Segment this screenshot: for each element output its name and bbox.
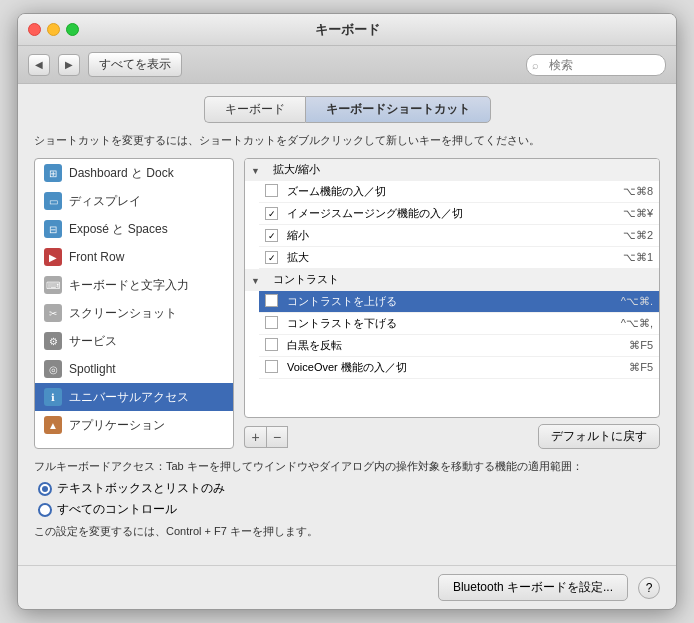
show-all-button[interactable]: すべてを表示 [88,52,182,77]
zoomin-shortcut: ⌥⌘1 [573,251,653,264]
shortcut-row-contrast-down[interactable]: コントラストを下げる ^⌥⌘, [259,313,659,335]
sidebar-label-frontrow: Front Row [69,250,124,264]
note-text: この設定を変更するには、Control + F7 キーを押します。 [34,524,660,539]
tab-keyboard[interactable]: キーボード [204,96,305,123]
shortcut-row-zoomout[interactable]: ✓ 縮小 ⌥⌘2 [259,225,659,247]
sidebar-item-keyboard[interactable]: ⌨ キーボードと文字入力 [35,271,233,299]
contrast-down-label: コントラストを下げる [287,316,573,331]
sidebar-item-universal[interactable]: ℹ ユニバーサルアクセス [35,383,233,411]
contrast-down-check[interactable] [265,316,287,331]
keyboard-icon: ⌨ [44,276,62,294]
traffic-lights [28,23,79,36]
shortcut-row-voiceover[interactable]: VoiceOver 機能の入／切 ⌘F5 [259,357,659,379]
contrast-down-checkbox[interactable] [265,316,278,329]
back-button[interactable]: ◀ [28,54,50,76]
sidebar: ⊞ Dashboard と Dock ▭ ディスプレイ ⊟ Exposé と S… [34,158,234,449]
close-button[interactable] [28,23,41,36]
sidebar-item-apps[interactable]: ▲ アプリケーション [35,411,233,439]
sidebar-label-screenshot: スクリーンショット [69,305,177,322]
frontrow-icon: ▶ [44,248,62,266]
sidebar-label-apps: アプリケーション [69,417,165,434]
sidebar-item-screenshot[interactable]: ✂ スクリーンショット [35,299,233,327]
titlebar: キーボード [18,14,676,46]
zoomin-label: 拡大 [287,250,573,265]
sidebar-label-display: ディスプレイ [69,193,141,210]
right-panel: ▼ 拡大/縮小 ズーム機能の入／切 ⌥⌘8 ✓ [244,158,660,449]
smoothing-label: イメージスムージング機能の入／切 [287,206,573,221]
zoomout-checkbox[interactable]: ✓ [265,229,278,242]
invert-check[interactable] [265,338,287,353]
smoothing-shortcut: ⌥⌘¥ [573,207,653,220]
search-input[interactable] [526,54,666,76]
search-box: ⌕ [526,54,666,76]
table-controls: + − デフォルトに戻す [244,424,660,449]
section-header-contrast[interactable]: ▼ コントラスト [245,269,659,291]
sidebar-icon-display: ▭ [43,191,63,211]
apps-icon: ▲ [44,416,62,434]
zoomout-check[interactable]: ✓ [265,229,287,243]
preferences-window: キーボード ◀ ▶ すべてを表示 ⌕ キーボード キーボードショートカット ショ… [17,13,677,610]
radio-all-controls[interactable]: すべてのコントロール [38,501,660,518]
forward-button[interactable]: ▶ [58,54,80,76]
tab-shortcuts[interactable]: キーボードショートカット [305,96,491,123]
radio-text-list-circle[interactable] [38,482,52,496]
shortcut-row-contrast-up[interactable]: コントラストを上げる ^⌥⌘. [259,291,659,313]
sidebar-label-keyboard: キーボードと文字入力 [69,277,189,294]
voiceover-check[interactable] [265,360,287,375]
sidebar-item-frontrow[interactable]: ▶ Front Row [35,243,233,271]
universal-icon: ℹ [44,388,62,406]
shortcut-row-invert[interactable]: 白黒を反転 ⌘F5 [259,335,659,357]
sidebar-item-spotlight[interactable]: ◎ Spotlight [35,355,233,383]
invert-shortcut: ⌘F5 [573,339,653,352]
sidebar-item-expose[interactable]: ⊟ Exposé と Spaces [35,215,233,243]
minimize-button[interactable] [47,23,60,36]
zoom-toggle-checkbox[interactable] [265,184,278,197]
screenshot-icon: ✂ [44,304,62,322]
maximize-button[interactable] [66,23,79,36]
radio-text-list[interactable]: テキストボックスとリストのみ [38,480,660,497]
expose-icon: ⊟ [44,220,62,238]
shortcut-row-zoom-toggle[interactable]: ズーム機能の入／切 ⌥⌘8 [259,181,659,203]
contrast-collapse-arrow: ▼ [251,276,260,286]
contrast-up-shortcut: ^⌥⌘. [573,295,653,308]
invert-label: 白黒を反転 [287,338,573,353]
shortcut-row-zoomin[interactable]: ✓ 拡大 ⌥⌘1 [259,247,659,269]
full-access-title: フルキーボードアクセス：Tab キーを押してウインドウやダイアログ内の操作対象を… [34,459,660,474]
invert-checkbox[interactable] [265,338,278,351]
services-icon: ⚙ [44,332,62,350]
voiceover-shortcut: ⌘F5 [573,361,653,374]
contrast-up-checkbox[interactable] [265,294,278,307]
sidebar-icon-frontrow: ▶ [43,247,63,267]
main-area: ⊞ Dashboard と Dock ▭ ディスプレイ ⊟ Exposé と S… [34,158,660,449]
shortcut-row-smoothing[interactable]: ✓ イメージスムージング機能の入／切 ⌥⌘¥ [259,203,659,225]
sidebar-label-dashboard: Dashboard と Dock [69,165,174,182]
sidebar-item-display[interactable]: ▭ ディスプレイ [35,187,233,215]
sidebar-icon-expose: ⊟ [43,219,63,239]
voiceover-checkbox[interactable] [265,360,278,373]
sidebar-item-services[interactable]: ⚙ サービス [35,327,233,355]
spotlight-icon: ◎ [44,360,62,378]
section-header-zoom[interactable]: ▼ 拡大/縮小 [245,159,659,181]
add-shortcut-button[interactable]: + [244,426,266,448]
radio-all-controls-label: すべてのコントロール [57,501,177,518]
zoom-section-check: ▼ [251,164,273,176]
zoomin-checkbox[interactable]: ✓ [265,251,278,264]
help-button[interactable]: ? [638,577,660,599]
sidebar-icon-apps: ▲ [43,415,63,435]
zoomin-check[interactable]: ✓ [265,251,287,265]
sidebar-label-universal: ユニバーサルアクセス [69,389,189,406]
zoom-toggle-check[interactable] [265,184,287,199]
smoothing-check[interactable]: ✓ [265,207,287,221]
default-button[interactable]: デフォルトに戻す [538,424,660,449]
sidebar-item-dashboard-dock[interactable]: ⊞ Dashboard と Dock [35,159,233,187]
zoom-toggle-label: ズーム機能の入／切 [287,184,573,199]
contrast-up-check[interactable] [265,294,287,309]
radio-group: テキストボックスとリストのみ すべてのコントロール [38,480,660,518]
contrast-up-label: コントラストを上げる [287,294,573,309]
zoom-toggle-shortcut: ⌥⌘8 [573,185,653,198]
bluetooth-setup-button[interactable]: Bluetooth キーボードを設定... [438,574,628,601]
zoomout-shortcut: ⌥⌘2 [573,229,653,242]
remove-shortcut-button[interactable]: − [266,426,288,448]
radio-all-controls-circle[interactable] [38,503,52,517]
smoothing-checkbox[interactable]: ✓ [265,207,278,220]
